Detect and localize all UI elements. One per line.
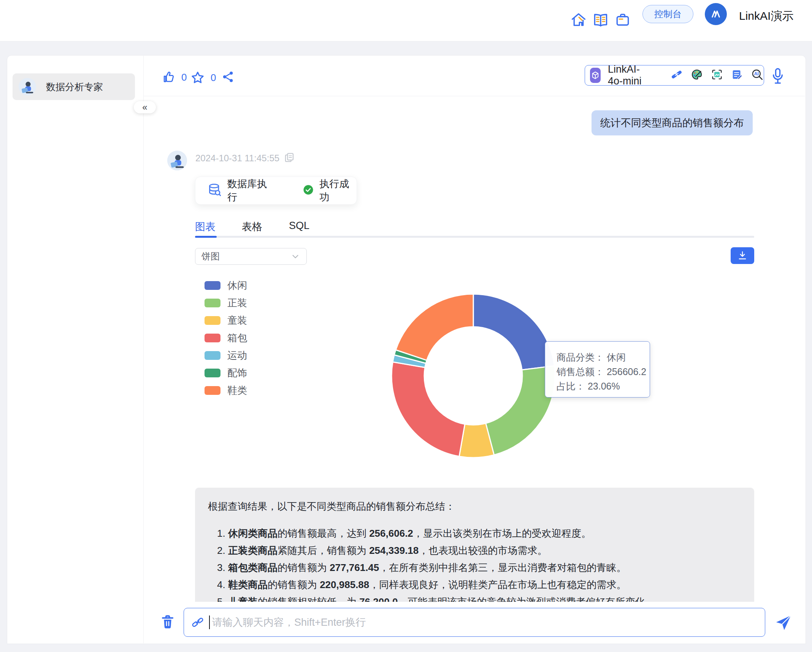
legend-item[interactable]: 鞋类 [205,384,247,397]
console-button[interactable]: 控制台 [642,5,693,23]
bot-avatar [167,151,187,170]
model-selector[interactable]: LinkAI-4o-mini [585,65,764,86]
chat-input[interactable]: 请输入聊天内容，Shift+Enter换行 [184,608,765,637]
tool-card-status: 执行成功 [319,177,357,204]
summary-list: 1. 休闲类商品的销售额最高，达到 256,606.2，显示出该类别在市场上的受… [208,525,741,602]
copy-icon[interactable] [283,151,295,165]
model-cube-icon [590,68,601,83]
star-icon [190,70,205,85]
donut-pie-chart[interactable] [390,293,556,459]
pie-slice-箱包[interactable] [392,362,465,456]
legend-label: 休闲 [227,279,247,292]
sidebar-item-agent[interactable]: 数据分析专家 [13,73,135,100]
microphone-icon[interactable] [769,67,786,87]
user-message-text: 统计不同类型商品的销售额分布 [600,116,744,130]
legend-swatch [205,299,220,307]
legend-swatch [205,316,220,325]
list-item: 1. 休闲类商品的销售额最高，达到 256,606.2，显示出该类别在市场上的受… [208,525,741,542]
note-edit-icon[interactable] [731,68,744,83]
tooltip-value: 销售总额： 256606.2 [557,364,650,379]
sidebar-divider [143,55,144,643]
sidebar-collapse-button[interactable]: « [134,101,156,113]
legend-label: 童装 [227,314,247,327]
linkai-logo[interactable] [705,3,727,25]
legend-swatch [205,369,220,377]
legend-swatch [205,386,220,395]
chart-type-value: 饼图 [201,250,220,262]
share-button[interactable] [221,70,235,84]
legend-swatch [205,334,220,342]
tooltip-percent: 占比： 23.06% [557,379,650,393]
legend-item[interactable]: 箱包 [205,331,247,345]
tab-sql[interactable]: SQL [289,220,309,232]
app-window: 控制台 LinkAI演示 数据分析专家 « [0,0,812,652]
attachment-link-icon[interactable] [191,615,205,629]
send-button[interactable] [774,613,793,634]
legend-item[interactable]: 配饰 [205,366,247,380]
top-bar: 控制台 LinkAI演示 [0,0,812,41]
svg-text:AI: AI [754,71,759,76]
chart-tooltip: 商品分类： 休闲 销售总额： 256606.2 占比： 23.06% [545,341,650,398]
legend-label: 运动 [227,349,247,362]
pie-slice-鞋类[interactable] [396,294,473,360]
library-icon[interactable] [592,11,609,28]
list-item: 5. 儿童装的销售额相对较低，为 76,200.0，可能表明该市场的竞争较为激烈… [208,593,741,602]
message-timestamp: 2024-10-31 11:45:55 [195,153,279,164]
chat-header-divider [144,96,805,96]
agent-avatar [19,78,36,95]
pie-slice-休闲[interactable] [473,294,554,370]
user-message-bubble: 统计不同类型商品的销售额分布 [592,110,753,135]
paper-plane-icon [774,613,793,632]
link-icon[interactable] [670,68,683,83]
console-button-label: 控制台 [654,8,682,20]
chevron-down-icon [290,251,300,261]
list-item: 4. 鞋类商品的销售额为 220,985.88，同样表现良好，说明鞋类产品在市场… [208,576,741,593]
favorite-button[interactable]: 0 [190,70,216,85]
legend-label: 配饰 [227,366,247,380]
download-icon [737,250,748,261]
summary-intro: 根据查询结果，以下是不同类型商品的销售额分布总结： [208,499,741,514]
legend-label: 正装 [227,296,247,310]
list-item: 3. 箱包类商品的销售额为 277,761.45，在所有类别中排名第三，显示出消… [208,559,741,576]
legend-label: 箱包 [227,331,247,345]
tab-chart[interactable]: 图表 [195,220,216,234]
like-count: 0 [181,72,187,83]
legend-label: 鞋类 [227,384,247,397]
thumbs-up-icon [162,70,176,84]
legend-item[interactable]: 童装 [205,314,247,327]
like-button[interactable]: 0 [162,70,187,84]
model-name: LinkAI-4o-mini [608,64,653,87]
legend-item[interactable]: 运动 [205,349,247,362]
palette-icon[interactable] [690,68,703,83]
tool-card-title: 数据库执行 [227,177,274,204]
db-execution-card[interactable]: 数据库执行 执行成功 [195,177,357,205]
legend-item[interactable]: 休闲 [205,279,247,292]
workspace-icon[interactable] [614,11,631,28]
chart-type-select[interactable]: 饼图 [195,248,307,265]
legend-swatch [205,351,220,360]
clear-chat-trash-icon[interactable] [160,613,176,632]
tab-table[interactable]: 表格 [242,220,262,234]
chat-input-placeholder: 请输入聊天内容，Shift+Enter换行 [212,615,366,629]
share-icon [221,70,235,84]
image-scan-icon[interactable] [710,68,723,83]
download-chart-button[interactable] [731,247,754,264]
ai-search-icon[interactable]: AI [751,68,764,83]
bot-summary-message: 根据查询结果，以下是不同类型商品的销售额分布总结： 1. 休闲类商品的销售额最高… [195,488,754,602]
list-item: 2. 正装类商品紧随其后，销售额为 254,339.18，也表现出较强的市场需求… [208,542,741,559]
tab-track [195,236,754,238]
tooltip-category: 商品分类： 休闲 [557,350,650,364]
legend-swatch [205,281,220,290]
agent-name: 数据分析专家 [46,81,103,93]
brand-name: LinkAI演示 [739,8,793,24]
database-icon [207,182,222,199]
tab-active-indicator [195,236,217,238]
favorite-count: 0 [211,72,216,84]
text-caret [209,615,210,629]
legend-item[interactable]: 正装 [205,296,247,310]
success-check-icon [303,184,314,197]
home-icon[interactable] [570,11,587,28]
collapse-chevrons: « [142,102,147,113]
